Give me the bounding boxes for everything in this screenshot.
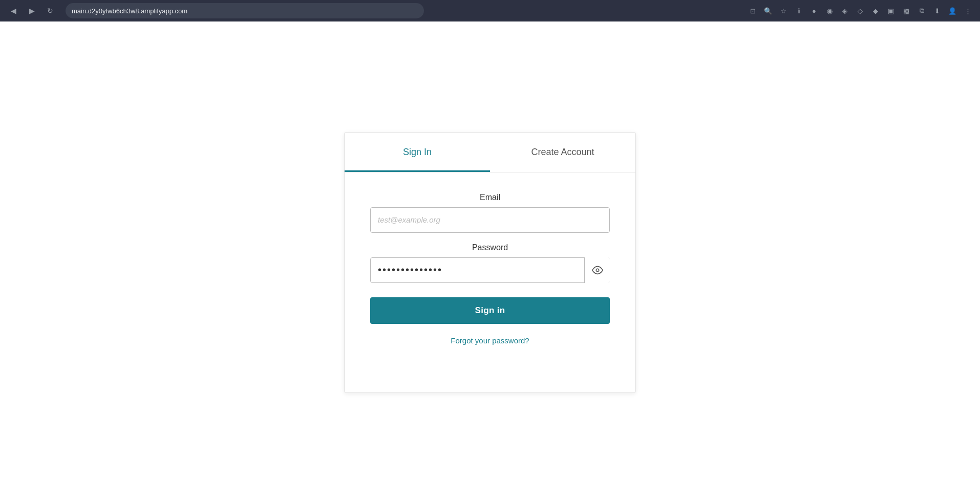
reload-button[interactable]: ↻ <box>43 4 57 18</box>
forward-button[interactable]: ▶ <box>25 4 39 18</box>
password-toggle-button[interactable] <box>584 257 610 283</box>
info-icon[interactable]: ℹ <box>793 5 805 17</box>
back-button[interactable]: ◀ <box>6 4 20 18</box>
password-input[interactable] <box>370 257 610 283</box>
auth-card: Sign In Create Account Email Password <box>344 132 636 393</box>
extension-icon-7[interactable]: ▩ <box>900 5 912 17</box>
svg-point-0 <box>596 269 599 272</box>
bookmark-icon[interactable]: ☆ <box>777 5 790 17</box>
password-wrapper <box>370 257 610 283</box>
tab-create-account[interactable]: Create Account <box>490 133 635 172</box>
download-icon[interactable]: ⬇ <box>931 5 943 17</box>
search-icon[interactable]: 🔍 <box>762 5 774 17</box>
password-group: Password <box>370 243 610 283</box>
profile-icon[interactable]: 👤 <box>946 5 958 17</box>
address-bar[interactable]: main.d2y0yfwb6ch3w8.amplifyapp.com <box>66 3 424 18</box>
extension-icon-2[interactable]: ◉ <box>823 5 836 17</box>
email-label: Email <box>370 193 610 202</box>
extension-icon-4[interactable]: ◇ <box>854 5 866 17</box>
eye-icon <box>592 265 603 276</box>
extension-icon-1[interactable]: ● <box>808 5 820 17</box>
password-label: Password <box>370 243 610 252</box>
url-display: main.d2y0yfwb6ch3w8.amplifyapp.com <box>72 7 187 15</box>
tab-sign-in[interactable]: Sign In <box>345 133 490 172</box>
translate-icon[interactable]: ⊡ <box>747 5 759 17</box>
extensions-button[interactable]: ⧉ <box>915 5 928 17</box>
page-content: Sign In Create Account Email Password <box>0 21 980 503</box>
email-input[interactable] <box>370 207 610 233</box>
sign-in-form: Email Password Sign in <box>345 172 635 370</box>
extension-icon-3[interactable]: ◈ <box>839 5 851 17</box>
sign-in-button[interactable]: Sign in <box>370 297 610 324</box>
menu-icon[interactable]: ⋮ <box>962 5 974 17</box>
email-group: Email <box>370 193 610 233</box>
browser-chrome: ◀ ▶ ↻ main.d2y0yfwb6ch3w8.amplifyapp.com… <box>0 0 980 21</box>
forgot-password-link[interactable]: Forgot your password? <box>370 336 610 345</box>
browser-actions: ⊡ 🔍 ☆ ℹ ● ◉ ◈ ◇ ◆ ▣ ▩ ⧉ ⬇ 👤 ⋮ <box>747 5 974 17</box>
extension-icon-6[interactable]: ▣ <box>885 5 897 17</box>
auth-tabs: Sign In Create Account <box>345 133 635 172</box>
extension-icon-5[interactable]: ◆ <box>869 5 882 17</box>
